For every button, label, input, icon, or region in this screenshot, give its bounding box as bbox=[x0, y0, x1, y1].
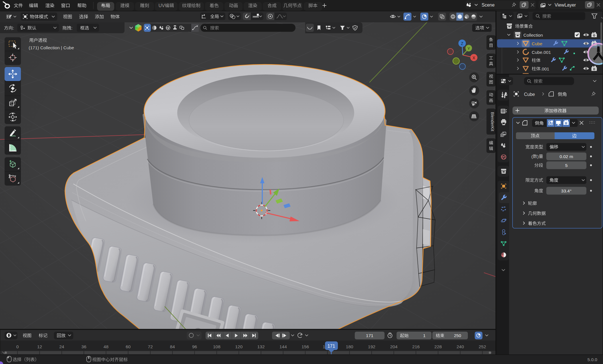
svg-text:96: 96 bbox=[192, 344, 197, 349]
svg-text:Cube.001: Cube.001 bbox=[532, 50, 551, 55]
svg-text:120: 120 bbox=[235, 344, 243, 349]
svg-text:(171) Collection | Cube: (171) Collection | Cube bbox=[29, 45, 74, 50]
svg-text:ViewLayer: ViewLayer bbox=[555, 3, 576, 7]
svg-text::: : bbox=[13, 25, 14, 30]
svg-text:24: 24 bbox=[59, 344, 64, 349]
svg-text:252: 252 bbox=[479, 344, 486, 349]
svg-text:33.4°: 33.4° bbox=[561, 188, 572, 193]
svg-text:0.02 m: 0.02 m bbox=[559, 154, 573, 159]
svg-text:156: 156 bbox=[302, 344, 309, 349]
svg-text:BlenderKit: BlenderKit bbox=[490, 112, 495, 131]
svg-text:Cube: Cube bbox=[524, 92, 535, 97]
svg-text:204: 204 bbox=[390, 344, 397, 349]
svg-text:216: 216 bbox=[412, 344, 420, 349]
svg-text:250: 250 bbox=[454, 333, 461, 338]
svg-text:84: 84 bbox=[170, 344, 175, 349]
svg-text:5.0.0: 5.0.0 bbox=[588, 357, 598, 362]
svg-text:1: 1 bbox=[423, 333, 425, 338]
svg-text:): ) bbox=[537, 154, 539, 159]
svg-text:36: 36 bbox=[81, 344, 86, 349]
svg-text:.001: .001 bbox=[541, 66, 549, 71]
svg-text:5: 5 bbox=[565, 163, 568, 168]
svg-text:240: 240 bbox=[456, 344, 464, 349]
svg-text:Y: Y bbox=[468, 46, 470, 51]
svg-text::: : bbox=[71, 25, 72, 30]
svg-text:12: 12 bbox=[37, 344, 42, 349]
svg-text:144: 144 bbox=[279, 344, 287, 349]
svg-text:132: 132 bbox=[257, 344, 265, 349]
svg-text:Cube: Cube bbox=[532, 41, 542, 46]
svg-text:171: 171 bbox=[366, 333, 373, 338]
svg-text:171: 171 bbox=[328, 344, 335, 349]
svg-text:UV: UV bbox=[158, 3, 165, 8]
svg-text:Z: Z bbox=[461, 41, 464, 46]
svg-text:108: 108 bbox=[213, 344, 220, 349]
svg-text:72: 72 bbox=[148, 344, 153, 349]
svg-text:X: X bbox=[472, 56, 475, 60]
svg-text:Scene: Scene bbox=[482, 3, 494, 7]
svg-text:(: ( bbox=[531, 154, 533, 159]
svg-text:0: 0 bbox=[16, 344, 19, 349]
svg-text:1: 1 bbox=[323, 344, 325, 349]
svg-text:192: 192 bbox=[368, 344, 375, 349]
svg-text:180: 180 bbox=[346, 344, 353, 349]
svg-text:60: 60 bbox=[126, 344, 131, 349]
svg-text:48: 48 bbox=[104, 344, 109, 349]
svg-text:228: 228 bbox=[434, 344, 442, 349]
svg-text:Collection: Collection bbox=[523, 33, 543, 38]
